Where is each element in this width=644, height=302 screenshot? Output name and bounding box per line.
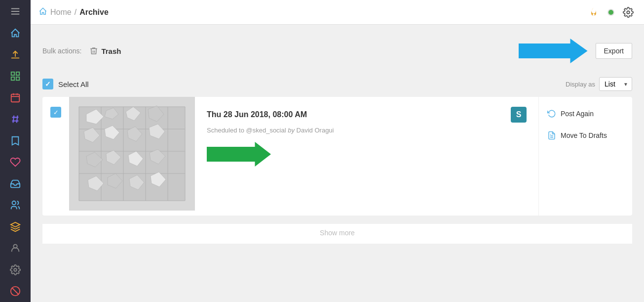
bulk-actions-bar: Bulk actions: Trash Export	[31, 25, 644, 73]
post-again-icon	[547, 109, 557, 119]
content-area: Bulk actions: Trash Export Select All	[31, 25, 644, 302]
svg-point-19	[14, 268, 17, 271]
breadcrumb-current: Archive	[79, 8, 109, 17]
post-subtitle-author: David Oragui	[297, 127, 334, 134]
post-actions-col: Post Again Move To Drafts	[538, 97, 632, 216]
breadcrumb-separator: /	[75, 8, 76, 17]
post-checkbox[interactable]	[50, 107, 61, 118]
move-to-drafts-icon	[547, 130, 557, 140]
topbar-right	[586, 4, 636, 20]
post-date-row: Thu 28 Jun 2018, 08:00 AM S	[207, 107, 527, 123]
svg-line-14	[13, 116, 14, 123]
sidebar-item-bookmark[interactable]	[0, 130, 31, 152]
move-to-drafts-button[interactable]: Move To Drafts	[547, 129, 607, 142]
topbar: Home / Archive	[31, 0, 644, 25]
post-checkbox-col	[42, 97, 69, 216]
svg-rect-4	[11, 72, 14, 75]
breadcrumb: Home / Archive	[38, 7, 586, 18]
flame-button[interactable]	[586, 4, 602, 20]
menu-button[interactable]	[0, 0, 31, 22]
svg-point-22	[627, 11, 630, 14]
post-avatar: S	[511, 107, 527, 123]
settings-button[interactable]	[620, 4, 636, 20]
svg-rect-3	[11, 57, 20, 58]
post-again-label: Post Again	[561, 110, 594, 118]
svg-line-21	[12, 288, 19, 295]
display-as-select-wrapper: List Grid	[599, 77, 632, 91]
display-as-label: Display as	[566, 81, 595, 88]
svg-rect-6	[11, 77, 14, 80]
sidebar-item-calendar[interactable]	[0, 87, 31, 109]
svg-rect-8	[11, 94, 20, 102]
trash-label: Trash	[101, 47, 121, 55]
blue-arrow-decoration	[519, 39, 588, 63]
post-subtitle-prefix: Scheduled to @sked_social	[207, 127, 286, 134]
sidebar	[0, 0, 31, 302]
sidebar-item-heart[interactable]	[0, 151, 31, 173]
main-content: Home / Archive Bulk ac	[31, 0, 644, 302]
display-as-select[interactable]: List Grid	[599, 77, 632, 91]
post-date: Thu 28 Jun 2018, 08:00 AM	[207, 110, 307, 119]
sidebar-item-grid[interactable]	[0, 65, 31, 87]
svg-marker-17	[11, 222, 20, 227]
breadcrumb-home[interactable]: Home	[50, 8, 72, 17]
bulk-actions-right: Export	[519, 39, 632, 63]
svg-point-16	[12, 201, 16, 205]
green-arrow-decoration	[207, 142, 527, 167]
sidebar-item-home[interactable]	[0, 22, 31, 44]
post-main: Thu 28 Jun 2018, 08:00 AM S Scheduled to…	[195, 97, 538, 216]
sidebar-item-settings[interactable]	[0, 259, 31, 281]
sidebar-item-upload[interactable]	[0, 44, 31, 66]
post-card: Thu 28 Jun 2018, 08:00 AM S Scheduled to…	[42, 97, 632, 216]
show-more-row[interactable]: Show more	[42, 223, 632, 244]
trash-button[interactable]: Trash	[89, 46, 121, 55]
sidebar-item-hashtag[interactable]	[0, 108, 31, 130]
post-subtitle-by: by	[288, 127, 296, 134]
select-display-bar: Select All Display as List Grid	[31, 73, 644, 97]
sidebar-item-user[interactable]	[0, 237, 31, 259]
show-more-label: Show more	[320, 229, 355, 237]
post-image	[69, 97, 195, 211]
select-all-left: Select All	[42, 79, 89, 89]
move-to-drafts-label: Move To Drafts	[561, 131, 607, 139]
svg-rect-5	[16, 72, 19, 75]
bulk-actions-left: Bulk actions: Trash	[42, 46, 121, 55]
post-image-svg	[69, 97, 195, 211]
status-indicator[interactable]	[607, 9, 614, 16]
export-button[interactable]: Export	[596, 43, 632, 59]
select-all-label: Select All	[58, 80, 89, 88]
sidebar-item-layers[interactable]	[0, 216, 31, 238]
sidebar-item-alert[interactable]	[0, 281, 31, 302]
trash-icon	[89, 46, 98, 55]
display-as-row: Display as List Grid	[566, 77, 632, 91]
bulk-actions-label: Bulk actions:	[42, 47, 81, 55]
home-breadcrumb-icon[interactable]	[38, 7, 47, 18]
post-subtitle: Scheduled to @sked_social by David Oragu…	[207, 127, 527, 134]
sidebar-item-inbox[interactable]	[0, 173, 31, 195]
svg-rect-7	[16, 77, 19, 80]
select-all-checkbox[interactable]	[42, 79, 53, 89]
post-again-button[interactable]: Post Again	[547, 107, 594, 121]
sidebar-item-users[interactable]	[0, 194, 31, 216]
svg-line-15	[17, 116, 18, 123]
